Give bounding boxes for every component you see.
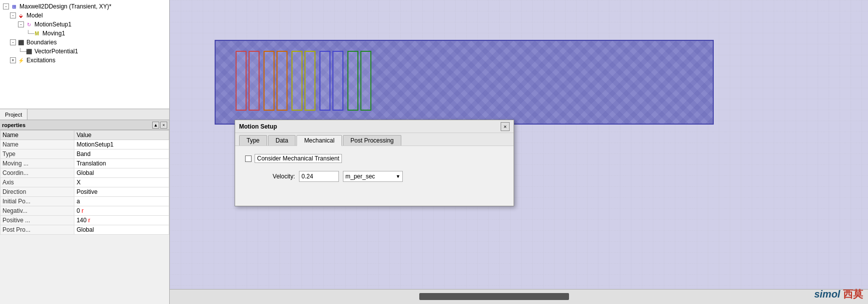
tree-vector-label: VectorPotential1 xyxy=(34,48,78,55)
tree-item-vector[interactable]: └─ ⬛ VectorPotential1 xyxy=(2,47,167,56)
prop-value-cell: MotionSetup1 xyxy=(74,140,169,150)
coil-rect xyxy=(332,51,343,111)
select-arrow-icon: ▼ xyxy=(396,174,400,179)
dialog-titlebar: Motion Setup × xyxy=(235,120,514,133)
coil-rect xyxy=(291,51,302,111)
prop-name-cell: Negativ... xyxy=(0,206,74,216)
prop-name-cell: Coordin... xyxy=(0,168,74,178)
velocity-unit-select[interactable]: m_per_sec ▼ xyxy=(343,171,403,182)
motion-setup-dialog: Motion Setup × Type Data Mechanical Post… xyxy=(235,120,514,206)
tree-item-excitations[interactable]: + ⚡ Excitations xyxy=(2,56,167,65)
col-value: Value xyxy=(74,131,169,140)
model-icon: ⬙ xyxy=(17,11,25,19)
excitations-icon: ⚡ xyxy=(17,56,25,64)
prop-value-cell: 140 r xyxy=(74,216,169,225)
tab-type[interactable]: Type xyxy=(239,135,267,146)
dialog-tabs: Type Data Mechanical Post Processing xyxy=(235,133,514,146)
boundaries-icon: ⬛ xyxy=(17,38,25,46)
prop-value-cell: 0 r xyxy=(74,206,169,216)
mechanical-transient-label: Consider Mechanical Transient xyxy=(255,154,342,163)
table-row: Moving ...Translation xyxy=(0,159,169,168)
prop-name-cell: Axis xyxy=(0,178,74,187)
coil-rect xyxy=(277,51,288,111)
mechanical-transient-checkbox[interactable] xyxy=(245,155,252,162)
prop-name-cell: Positive ... xyxy=(0,216,74,225)
prop-name-cell: Initial Po... xyxy=(0,197,74,206)
tree-model-label: Model xyxy=(26,12,43,19)
coil-rect xyxy=(249,51,260,111)
tree-root-label: Maxwell2DDesign (Transient, XY)* xyxy=(19,3,111,10)
table-row: NameMotionSetup1 xyxy=(0,140,169,150)
expand-root[interactable]: - xyxy=(3,3,9,9)
properties-panel: roperties ▲ × Name Value NameMotionSetup… xyxy=(0,120,169,304)
velocity-row: Velocity: m_per_sec ▼ xyxy=(245,171,504,182)
velocity-input[interactable] xyxy=(299,171,339,182)
expand-excitations[interactable]: + xyxy=(10,57,16,63)
table-row: TypeBand xyxy=(0,150,169,159)
col-name: Name xyxy=(0,131,74,140)
coil-rect xyxy=(347,51,358,111)
tree-item-model[interactable]: - ⬙ Model xyxy=(2,11,167,20)
properties-close-btn[interactable]: × xyxy=(160,122,167,129)
left-panel: - ⊞ Maxwell2DDesign (Transient, XY)* - ⬙… xyxy=(0,0,170,304)
prop-name-cell: Moving ... xyxy=(0,159,74,168)
horizontal-scrollbar[interactable] xyxy=(419,293,569,300)
prop-name-cell: Type xyxy=(0,150,74,159)
prop-name-cell: Post Pro... xyxy=(0,225,74,235)
prop-value-cell: X xyxy=(74,178,169,187)
tree-motionsetup-label: MotionSetup1 xyxy=(34,21,71,28)
prop-value-cell: a xyxy=(74,197,169,206)
tree-item-boundaries[interactable]: - ⬛ Boundaries xyxy=(2,38,167,47)
properties-title: roperties xyxy=(2,122,25,128)
table-row: Initial Po...a xyxy=(0,197,169,206)
diamond-pattern xyxy=(216,41,713,124)
dialog-title: Motion Setup xyxy=(239,123,277,130)
tab-post-processing[interactable]: Post Processing xyxy=(343,135,401,146)
prop-name-cell: Name xyxy=(0,140,74,150)
coil-rect xyxy=(236,51,247,111)
dialog-content: Consider Mechanical Transient Velocity: … xyxy=(235,146,514,206)
motion-icon: ↻ xyxy=(25,20,33,28)
expand-motionsetup[interactable]: - xyxy=(18,21,24,27)
table-row: Post Pro...Global xyxy=(0,225,169,235)
velocity-label: Velocity: xyxy=(265,173,295,180)
tab-data[interactable]: Data xyxy=(268,135,295,146)
coil-rect xyxy=(304,51,315,111)
tab-bar: Project xyxy=(0,109,169,120)
properties-pin-btn[interactable]: ▲ xyxy=(152,122,159,129)
coil-rect xyxy=(319,51,330,111)
checkbox-row: Consider Mechanical Transient xyxy=(245,154,504,163)
tree-item-moving1[interactable]: └─ M Moving1 xyxy=(2,29,167,38)
prop-value-cell: Global xyxy=(74,225,169,235)
device-outer xyxy=(215,40,714,125)
expand-boundaries[interactable]: - xyxy=(10,39,16,45)
expand-model[interactable]: - xyxy=(10,12,16,18)
table-row: DirectionPositive xyxy=(0,187,169,197)
prop-name-cell: Direction xyxy=(0,187,74,197)
moving-icon: M xyxy=(33,29,41,37)
ruler-bar: 50 100 (mm) simol 西莫 xyxy=(170,289,868,304)
prop-value-cell: Positive xyxy=(74,187,169,197)
tab-project[interactable]: Project xyxy=(0,109,27,120)
coil-rect xyxy=(360,51,371,111)
maxwell-icon: ⊞ xyxy=(10,2,18,10)
prop-value-cell: Translation xyxy=(74,159,169,168)
tree-boundaries-label: Boundaries xyxy=(26,39,57,46)
tree-item-motionsetup[interactable]: - ↻ MotionSetup1 xyxy=(2,20,167,29)
main-area: 50 100 (mm) simol 西莫 Motion Setup × Type… xyxy=(170,0,868,304)
tab-mechanical[interactable]: Mechanical xyxy=(296,135,342,146)
dialog-close-button[interactable]: × xyxy=(501,122,510,131)
tree-moving1-label: Moving1 xyxy=(42,30,65,37)
coil-rect xyxy=(264,51,275,111)
table-row: AxisX xyxy=(0,178,169,187)
table-row: Positive ...140 r xyxy=(0,216,169,225)
table-row: Coordin...Global xyxy=(0,168,169,178)
table-row: Negativ...0 r xyxy=(0,206,169,216)
properties-table: Name Value NameMotionSetup1TypeBandMovin… xyxy=(0,130,169,235)
properties-header: roperties ▲ × xyxy=(0,120,169,130)
prop-value-cell: Band xyxy=(74,150,169,159)
velocity-unit-value: m_per_sec xyxy=(345,173,375,180)
tree-root[interactable]: - ⊞ Maxwell2DDesign (Transient, XY)* xyxy=(2,2,167,11)
vector-icon: ⬛ xyxy=(25,47,33,55)
project-tree: - ⊞ Maxwell2DDesign (Transient, XY)* - ⬙… xyxy=(0,0,169,109)
